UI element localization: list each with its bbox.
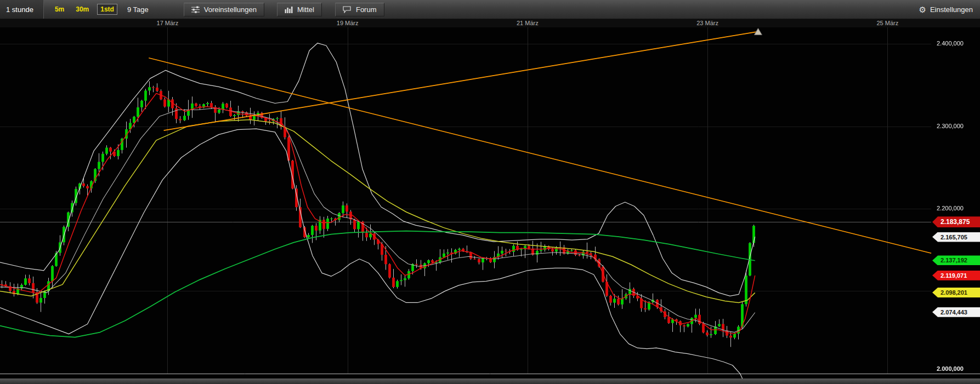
gear-icon: ⚙	[919, 5, 926, 14]
timeframe-5m-button[interactable]: 5m	[52, 4, 67, 15]
presets-label: Voreinstellungen	[204, 5, 257, 14]
date-label: 17 März	[157, 20, 179, 26]
last-price-badge: 2.183,875	[932, 216, 980, 227]
indicators-button[interactable]: Mittel	[277, 3, 322, 16]
range-button[interactable]: 9 Tage	[124, 4, 152, 15]
timeframe-selector[interactable]: 1 stunde	[0, 0, 44, 19]
sliders-icon	[191, 6, 200, 13]
timeframe-label: 1 stunde	[6, 5, 33, 14]
bollinger-upper-badge: 2.165,705	[932, 232, 980, 242]
date-label: 25 März	[876, 20, 898, 26]
date-label: 23 März	[696, 20, 718, 26]
forum-button[interactable]: Forum	[335, 3, 384, 16]
price-tick-label: 2.200,000	[937, 205, 964, 211]
indicators-label: Mittel	[297, 5, 314, 14]
date-label: 21 März	[517, 20, 539, 26]
ma-red-badge: 2.119,071	[932, 271, 980, 280]
price-tick-label: 2.400,000	[937, 40, 964, 47]
speech-bubble-icon	[343, 6, 352, 13]
timeframe-30m-button[interactable]: 30m	[72, 4, 92, 15]
bollinger-middle-badge: 2.074,443	[932, 307, 980, 317]
presets-button[interactable]: Voreinstellungen	[184, 3, 264, 16]
ma-green-badge: 2.137,192	[932, 255, 980, 265]
time-axis[interactable]: 17 März19 März21 März23 März25 März	[0, 19, 980, 27]
price-axis[interactable]: 2.400,0002.300,0002.200,0002.000,0002.18…	[931, 0, 980, 384]
quick-timeframe-group: 5m 30m 1std	[52, 4, 117, 15]
forum-label: Forum	[356, 5, 377, 14]
timeframe-1std-button[interactable]: 1std	[97, 4, 117, 15]
bottom-axis-strip[interactable]	[0, 379, 980, 384]
toolbar: 1 stunde 5m 30m 1std 9 Tage Voreinstellu…	[0, 0, 980, 19]
trading-chart-app: 1 stunde 5m 30m 1std 9 Tage Voreinstellu…	[0, 0, 980, 384]
price-tick-label: 2.000,000	[937, 365, 964, 372]
bar-chart-icon	[285, 6, 293, 13]
date-label: 19 März	[337, 20, 359, 26]
price-tick-label: 2.300,000	[937, 123, 964, 129]
ma-yellow-badge: 2.098,201	[932, 288, 980, 297]
price-chart-canvas[interactable]	[0, 27, 980, 379]
